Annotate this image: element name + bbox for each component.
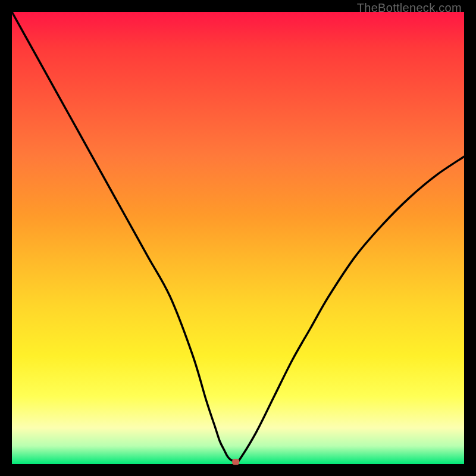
minimum-marker [232, 459, 239, 465]
watermark-text: TheBottleneck.com [357, 1, 462, 15]
bottleneck-curve [12, 12, 464, 464]
plot-area [12, 12, 464, 464]
chart-frame: TheBottleneck.com [0, 0, 476, 476]
